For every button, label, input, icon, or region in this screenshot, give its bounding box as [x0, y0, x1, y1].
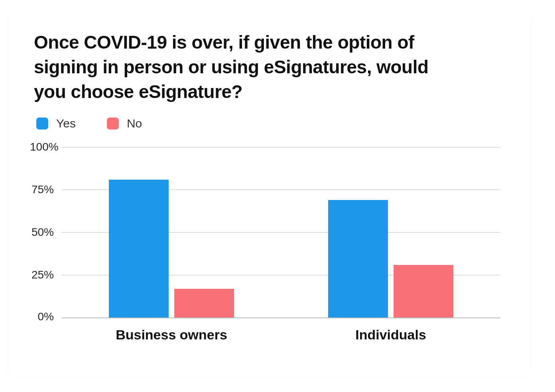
legend-swatch-no: [107, 118, 119, 129]
bar-individuals-yes: [328, 200, 388, 318]
y-tick-0: 0%: [30, 310, 58, 323]
bar-group-business-owners: [62, 147, 281, 318]
chart-area: 0% 25% 50% 75% 100%: [62, 147, 500, 343]
legend-item-no: No: [107, 117, 142, 130]
legend-item-yes: Yes: [36, 117, 76, 130]
x-label-individuals: Individuals: [281, 327, 500, 343]
y-tick-100: 100%: [30, 141, 58, 153]
bar-individuals-no: [394, 265, 453, 318]
legend-label-yes: Yes: [56, 117, 76, 130]
bar-business-owners-no: [174, 289, 234, 318]
chart-card: Once COVID-19 is over, if given the opti…: [8, 8, 530, 378]
y-tick-75: 75%: [30, 183, 58, 196]
legend-label-no: No: [127, 117, 142, 130]
legend: Yes No: [36, 117, 508, 130]
y-axis: 0% 25% 50% 75% 100%: [34, 147, 62, 318]
y-tick-25: 25%: [30, 269, 58, 281]
plot-area: 0% 25% 50% 75% 100%: [62, 147, 500, 318]
x-axis-labels: Business owners Individuals: [62, 327, 500, 343]
y-tick-50: 50%: [30, 226, 58, 239]
chart-title: Once COVID-19 is over, if given the opti…: [34, 30, 453, 104]
bar-business-owners-yes: [109, 180, 169, 318]
bars-layer: [62, 147, 500, 318]
legend-swatch-yes: [36, 118, 48, 129]
x-label-business-owners: Business owners: [62, 327, 281, 343]
bar-group-individuals: [281, 147, 500, 318]
